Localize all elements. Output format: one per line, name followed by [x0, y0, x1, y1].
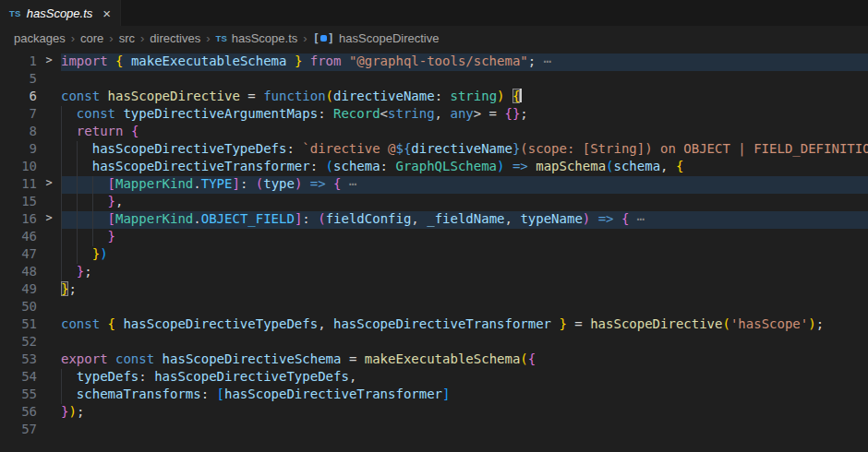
token: ,	[505, 211, 521, 226]
code-line[interactable]: 46 }	[0, 229, 868, 246]
code-line-content[interactable]: import { makeExecutableSchema } from "@g…	[61, 54, 868, 71]
token: [	[217, 387, 224, 401]
code-line[interactable]: 1>import { makeExecutableSchema } from "…	[0, 54, 868, 71]
code-line[interactable]: 53export const hasScopeDirectiveSchema =…	[0, 351, 868, 369]
line-number[interactable]: 49	[0, 281, 37, 299]
code-line[interactable]: 51const { hasScopeDirectiveTypeDefs, has…	[0, 316, 868, 334]
token: string	[450, 89, 497, 103]
chevron-right-icon: ›	[109, 31, 113, 45]
token: {	[115, 54, 131, 68]
line-number[interactable]: 57	[0, 422, 37, 439]
token: makeExecutableSchema	[131, 54, 287, 68]
tab-hasScope[interactable]: TS hasScope.ts ×	[0, 0, 121, 26]
code-line[interactable]: 48 };	[0, 264, 868, 281]
token: ,	[115, 194, 123, 208]
token: ,	[660, 159, 676, 173]
line-number[interactable]: 47	[0, 246, 37, 264]
code-line-content[interactable]: hasScopeDirectiveTransformer: (schema: G…	[61, 159, 868, 176]
fold-chevron-icon[interactable]: >	[37, 176, 61, 194]
close-icon[interactable]: ×	[102, 6, 111, 20]
line-number[interactable]: 10	[0, 159, 37, 176]
code-line[interactable]: 10 hasScopeDirectiveTransformer: (schema…	[0, 159, 868, 176]
code-line[interactable]: 16> [MapperKind.OBJECT_FIELD]: (fieldCon…	[0, 211, 868, 229]
code-line-content[interactable]: typeDefs: hasScopeDirectiveTypeDefs,	[61, 369, 868, 387]
code-line[interactable]: 7 const typeDirectiveArgumentMaps: Recor…	[0, 106, 868, 124]
code-line[interactable]: 49};	[0, 281, 868, 299]
code-line-content[interactable]: [MapperKind.TYPE]: (type) => { ⋯	[61, 176, 868, 194]
token: ]	[232, 176, 239, 191]
code-line-content[interactable]: return {	[61, 124, 868, 141]
code-line-content[interactable]: const typeDirectiveArgumentMaps: Record<…	[61, 106, 868, 124]
line-number[interactable]: 15	[0, 194, 37, 211]
line-number[interactable]: 9	[0, 141, 37, 159]
code-line-content[interactable]: },	[61, 194, 868, 211]
line-number[interactable]: 46	[0, 229, 37, 246]
code-line-content[interactable]: };	[61, 281, 868, 299]
line-number[interactable]: 48	[0, 264, 37, 281]
line-number[interactable]: 11	[0, 176, 37, 194]
token: :	[310, 159, 326, 173]
code-line-content[interactable]: }	[61, 229, 868, 246]
code-line[interactable]: 15 },	[0, 194, 868, 211]
code-line[interactable]: 55 schemaTransforms: [hasScopeDirectiveT…	[0, 387, 868, 404]
code-line-content[interactable]: [MapperKind.OBJECT_FIELD]: (fieldConfig,…	[61, 211, 868, 229]
code-line[interactable]: 47 })	[0, 246, 868, 264]
code-line-content[interactable]: })	[61, 246, 868, 264]
code-line-content[interactable]: const hasScopeDirective = function(direc…	[61, 89, 868, 106]
code-line-content[interactable]: });	[61, 404, 868, 422]
code-line[interactable]: 56});	[0, 404, 868, 422]
token: schema	[614, 159, 661, 173]
code-line[interactable]: 54 typeDefs: hasScopeDirectiveTypeDefs,	[0, 369, 868, 387]
code-line[interactable]: 6const hasScopeDirective = function(dire…	[0, 89, 868, 106]
token: ,	[349, 369, 356, 384]
token: schema	[333, 159, 380, 173]
token: typeDirectiveArgumentMaps	[123, 106, 318, 121]
token: GraphQLSchema	[395, 159, 497, 173]
line-number[interactable]: 16	[0, 211, 37, 229]
token: return	[77, 124, 131, 138]
line-number[interactable]: 51	[0, 316, 37, 334]
breadcrumb-item[interactable]: hasScopeDirective	[339, 31, 439, 45]
code-line[interactable]: 9 hasScopeDirectiveTypeDefs: `directive …	[0, 141, 868, 159]
token: =	[341, 351, 364, 366]
breadcrumb-item[interactable]: packages	[14, 31, 66, 45]
token: hasScopeDirective	[108, 89, 240, 103]
code-line-content[interactable]: export const hasScopeDirectiveSchema = m…	[61, 351, 868, 369]
token: hasScopeDirectiveTransformer	[92, 159, 310, 173]
breadcrumb-item[interactable]: core	[80, 31, 103, 45]
line-number[interactable]: 8	[0, 124, 37, 141]
code-line[interactable]: 50	[0, 299, 868, 316]
code-line-content[interactable]: hasScopeDirectiveTypeDefs: `directive @$…	[61, 141, 868, 159]
line-number[interactable]: 1	[0, 54, 37, 71]
line-number[interactable]: 6	[0, 89, 37, 106]
code-line-content[interactable]: schemaTransforms: [hasScopeDirectiveTran…	[61, 387, 868, 404]
code-line[interactable]: 8 return {	[0, 124, 868, 141]
code-line[interactable]: 52	[0, 334, 868, 351]
code-line[interactable]: 57	[0, 422, 868, 439]
code-line-content[interactable]	[61, 299, 868, 316]
line-number[interactable]: 55	[0, 387, 37, 404]
code-line-content[interactable]: };	[61, 264, 868, 281]
line-number[interactable]: 54	[0, 369, 37, 387]
fold-gutter-spacer	[37, 194, 61, 211]
line-number[interactable]: 7	[0, 106, 37, 124]
fold-chevron-icon[interactable]: >	[37, 211, 61, 229]
breadcrumb-item[interactable]: hasScope.ts	[232, 31, 298, 45]
line-number[interactable]: 56	[0, 404, 37, 422]
line-number[interactable]: 5	[0, 71, 37, 89]
breadcrumb-item[interactable]: src	[119, 31, 135, 45]
code-line-content[interactable]: const { hasScopeDirectiveTypeDefs, hasSc…	[61, 316, 868, 334]
code-line-content[interactable]	[61, 71, 868, 89]
token: =	[240, 89, 263, 103]
code-line-content[interactable]	[61, 334, 868, 351]
code-line[interactable]: 11> [MapperKind.TYPE]: (type) => { ⋯	[0, 176, 868, 194]
line-number[interactable]: 50	[0, 299, 37, 316]
token: (	[256, 176, 263, 191]
fold-chevron-icon[interactable]: >	[37, 54, 61, 71]
line-number[interactable]: 52	[0, 334, 37, 351]
line-number[interactable]: 53	[0, 351, 37, 369]
breadcrumb-item[interactable]: directives	[150, 31, 200, 45]
token	[61, 246, 92, 261]
code-line-content[interactable]	[61, 422, 868, 439]
code-line[interactable]: 5	[0, 71, 868, 89]
